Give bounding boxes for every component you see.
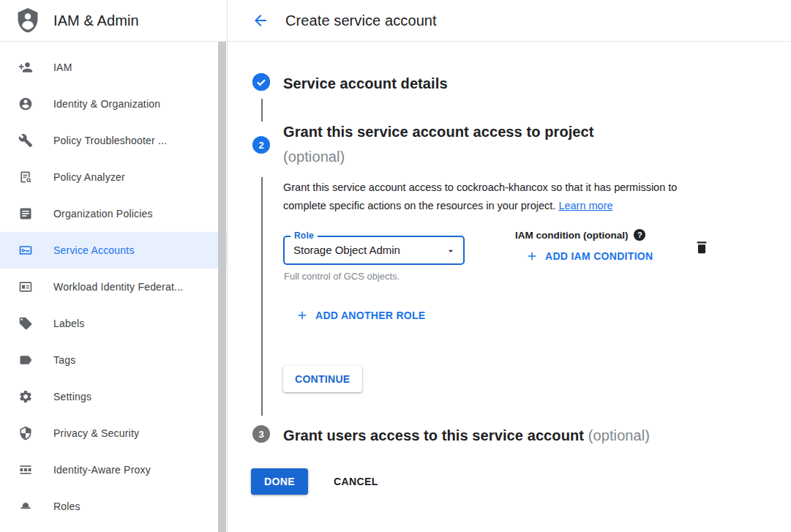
policy-analyzer-icon	[18, 170, 33, 184]
step3-title-text: Grant users access to this service accou…	[283, 427, 584, 443]
step2-description: Grant this service account access to coc…	[283, 179, 719, 215]
wrench-icon	[18, 133, 33, 148]
iam-condition-header: IAM condition (optional) ?	[515, 229, 645, 241]
step2-description-text: Grant this service account access to coc…	[283, 181, 677, 211]
label-tag-icon	[18, 316, 33, 331]
product-header: IAM & Admin	[0, 0, 228, 41]
sidebar-item-identity-aware-proxy[interactable]: Identity-Aware Proxy	[0, 452, 227, 488]
service-account-key-icon	[18, 243, 33, 258]
roles-hat-icon	[18, 499, 33, 514]
sidebar-item-tags[interactable]: Tags	[0, 342, 227, 378]
iam-shield-icon	[15, 5, 40, 36]
trash-icon[interactable]	[694, 239, 710, 255]
back-arrow-icon[interactable]	[252, 12, 269, 29]
sidebar-item-privacy-security[interactable]: Privacy & Security	[0, 415, 227, 452]
gear-icon	[18, 389, 33, 404]
step3-number-badge: 3	[252, 425, 270, 443]
step3-number: 3	[258, 429, 263, 440]
page-title: Create service account	[285, 12, 437, 29]
sidebar-item-roles[interactable]: Roles	[0, 488, 227, 525]
sidebar-item-organization-policies[interactable]: Organization Policies	[0, 195, 227, 232]
role-select[interactable]: Role Storage Object Admin	[283, 236, 465, 265]
shield-half-icon	[18, 426, 33, 441]
document-lines-icon	[18, 206, 33, 221]
step2-title: Grant this service account access to pro…	[283, 124, 594, 141]
learn-more-link[interactable]: Learn more	[558, 200, 612, 211]
role-field-label: Role	[290, 231, 318, 241]
sidebar-items: IAM Identity & Organization Policy Troub…	[0, 49, 227, 525]
gcp-console-screen: IAM & Admin Create service account IAM I…	[0, 0, 791, 532]
cancel-button[interactable]: CANCEL	[325, 468, 387, 495]
tag-arrow-icon	[18, 353, 33, 367]
person-add-icon	[18, 60, 33, 75]
step2-number: 2	[258, 140, 263, 151]
role-helper-text: Full control of GCS objects.	[284, 271, 400, 282]
chevron-down-icon	[446, 246, 456, 256]
add-another-role-label: ADD ANOTHER ROLE	[315, 310, 426, 321]
step-connector	[261, 99, 263, 121]
proxy-icon	[18, 462, 33, 477]
step3-title: Grant users access to this service accou…	[283, 427, 650, 444]
question-circle-icon[interactable]: ?	[634, 229, 645, 241]
account-circle-icon	[18, 97, 33, 111]
sidebar-item-iam[interactable]: IAM	[0, 49, 227, 86]
sidebar-item-labels[interactable]: Labels	[0, 305, 227, 342]
sidebar-scrollbar[interactable]	[218, 42, 226, 532]
product-title: IAM & Admin	[53, 12, 139, 29]
step1-title: Service account details	[283, 75, 448, 92]
sidebar-item-workload-identity-federat[interactable]: Workload Identity Federat...	[0, 269, 227, 305]
iam-condition-label: IAM condition (optional)	[515, 230, 628, 241]
continue-button[interactable]: CONTINUE	[283, 366, 362, 392]
sidebar-item-policy-troubleshooter[interactable]: Policy Troubleshooter ...	[0, 122, 227, 159]
add-iam-condition-button[interactable]: ADD IAM CONDITION	[525, 250, 653, 263]
step2-number-badge: 2	[252, 136, 270, 154]
plus-icon	[296, 309, 309, 322]
done-button[interactable]: DONE	[251, 468, 308, 495]
page-header: Create service account	[228, 0, 791, 41]
plus-icon	[525, 250, 539, 263]
role-selected-value: Storage Object Admin	[285, 237, 463, 263]
sidebar-item-service-accounts[interactable]: Service Accounts	[0, 232, 227, 269]
sidebar-item-settings[interactable]: Settings	[0, 378, 227, 415]
sidebar-nav: IAM Identity & Organization Policy Troub…	[0, 42, 228, 532]
add-another-role-button[interactable]: ADD ANOTHER ROLE	[296, 309, 426, 322]
step2-optional-label: (optional)	[283, 149, 345, 165]
sidebar-item-identity-organization[interactable]: Identity & Organization	[0, 86, 227, 122]
sidebar-item-policy-analyzer[interactable]: Policy Analyzer	[0, 159, 227, 195]
step1-check-circle-icon	[252, 73, 270, 91]
app-header: IAM & Admin Create service account	[0, 0, 791, 42]
step3-optional-label: (optional)	[588, 427, 650, 443]
add-iam-condition-label: ADD IAM CONDITION	[545, 250, 653, 262]
step-connector	[261, 177, 263, 416]
create-service-account-form: Service account details 2 Grant this ser…	[228, 42, 791, 532]
id-card-icon	[18, 280, 33, 294]
